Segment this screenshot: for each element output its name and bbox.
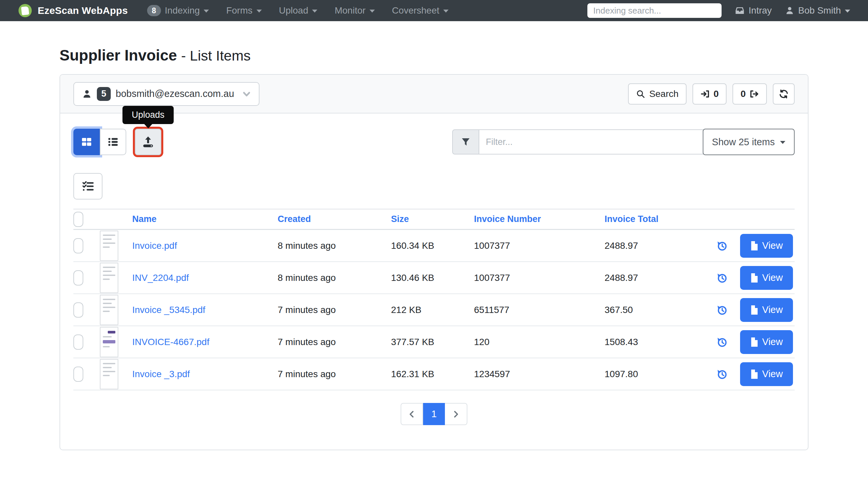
table-header-row: Name Created Size Invoice Number Invoice… <box>73 209 795 230</box>
user-name: Bob Smith <box>798 5 841 16</box>
page-1-button[interactable]: 1 <box>423 403 445 425</box>
user-menu[interactable]: Bob Smith <box>785 5 850 16</box>
previous-page-button[interactable] <box>401 403 423 425</box>
row-checkbox[interactable] <box>73 238 83 253</box>
size-cell: 377.57 KB <box>391 337 474 347</box>
view-button[interactable]: View <box>740 362 793 386</box>
page-title: Supplier Invoice - List Items <box>60 46 808 64</box>
file-thumbnail <box>100 359 118 390</box>
column-select-button[interactable] <box>73 173 102 199</box>
select-all-checkbox[interactable] <box>73 212 83 227</box>
column-header-invoice-total[interactable]: Invoice Total <box>604 214 704 224</box>
column-header-invoice-number[interactable]: Invoice Number <box>474 214 604 224</box>
search-button-label: Search <box>649 89 679 99</box>
chevron-down-icon <box>312 9 317 12</box>
history-button[interactable] <box>704 336 740 348</box>
view-button-label: View <box>762 304 783 315</box>
row-checkbox[interactable] <box>73 270 83 286</box>
row-checkbox[interactable] <box>73 367 83 382</box>
file-icon <box>750 337 758 347</box>
view-button[interactable]: View <box>740 298 793 322</box>
menu-indexing[interactable]: 8 Indexing <box>147 5 209 16</box>
column-header-created[interactable]: Created <box>278 214 391 224</box>
view-button-label: View <box>762 272 783 283</box>
page-title-sub: - List Items <box>181 48 251 63</box>
menu-forms-label: Forms <box>226 5 252 16</box>
search-button[interactable]: Search <box>628 83 686 105</box>
view-button[interactable]: View <box>740 234 793 258</box>
sign-out-icon <box>750 89 759 98</box>
menu-forms[interactable]: Forms <box>226 5 261 16</box>
menu-monitor[interactable]: Monitor <box>335 5 374 16</box>
history-button[interactable] <box>704 368 740 380</box>
file-icon <box>750 273 758 283</box>
created-cell: 8 minutes ago <box>278 273 391 283</box>
brand-title: EzeScan WebApps <box>38 5 128 16</box>
invoice-total-cell: 1097.80 <box>604 369 704 379</box>
table-row: Invoice.pdf 8 minutes ago 160.34 KB 1007… <box>73 230 795 262</box>
list-view-button[interactable] <box>100 129 126 155</box>
menu-indexing-label: Indexing <box>165 5 200 16</box>
invoice-number-cell: 1007377 <box>474 240 604 251</box>
history-button[interactable] <box>704 272 740 284</box>
file-icon <box>750 369 758 379</box>
history-icon <box>716 368 728 380</box>
menu-upload-label: Upload <box>279 5 308 16</box>
pagination: 1 <box>401 403 467 425</box>
checkout-button[interactable]: 0 <box>733 83 767 105</box>
page-title-main: Supplier Invoice <box>60 47 177 64</box>
intray-link[interactable]: Intray <box>735 5 772 16</box>
file-name-link[interactable]: Invoice.pdf <box>132 240 177 251</box>
file-name-link[interactable]: INV_2204.pdf <box>132 273 189 283</box>
intray-inbox-icon <box>735 6 745 16</box>
list-items-panel: 5 bobsmith@ezescan.com.au Search <box>60 74 808 450</box>
table-row: Invoice _5345.pdf 7 minutes ago 212 KB 6… <box>73 294 795 326</box>
chevron-down-icon <box>370 9 375 12</box>
chevron-down-icon <box>845 9 850 12</box>
file-name-link[interactable]: Invoice _3.pdf <box>132 369 190 379</box>
file-thumbnail <box>100 327 118 357</box>
chevron-left-icon <box>408 410 416 419</box>
show-items-label: Show 25 items <box>712 137 775 147</box>
show-items-dropdown[interactable]: Show 25 items <box>703 129 795 155</box>
checkout-count: 0 <box>740 89 746 99</box>
menu-coversheet[interactable]: Coversheet <box>392 5 448 16</box>
funnel-icon <box>460 137 471 147</box>
account-dropdown[interactable]: 5 bobsmith@ezescan.com.au <box>73 82 259 106</box>
file-icon <box>750 305 758 315</box>
filter-input[interactable] <box>479 130 703 154</box>
view-button[interactable]: View <box>740 266 793 290</box>
view-button[interactable]: View <box>740 330 793 354</box>
checkin-button[interactable]: 0 <box>692 83 727 105</box>
view-toggle-group <box>73 129 126 155</box>
chevron-down-icon <box>204 9 209 12</box>
grid-view-button[interactable] <box>73 129 100 155</box>
menu-coversheet-label: Coversheet <box>392 5 439 16</box>
menu-upload[interactable]: Upload <box>279 5 318 16</box>
history-button[interactable] <box>704 304 740 316</box>
sign-in-icon <box>701 89 710 98</box>
column-header-size[interactable]: Size <box>391 214 474 224</box>
file-name-link[interactable]: Invoice _5345.pdf <box>132 305 205 315</box>
invoice-number-cell: 120 <box>474 337 604 347</box>
indexing-search-input[interactable] <box>587 3 721 18</box>
size-cell: 160.34 KB <box>391 240 474 251</box>
row-checkbox[interactable] <box>73 303 83 318</box>
filter-funnel-addon <box>452 130 479 154</box>
account-count-badge: 5 <box>97 87 111 101</box>
history-button[interactable] <box>704 240 740 252</box>
file-name-link[interactable]: INVOICE-4667.pdf <box>132 337 209 347</box>
menu-monitor-label: Monitor <box>335 5 365 16</box>
user-icon <box>785 6 794 15</box>
column-header-name[interactable]: Name <box>132 214 278 224</box>
next-page-button[interactable] <box>445 403 467 425</box>
table-row: INV_2204.pdf 8 minutes ago 130.46 KB 100… <box>73 262 795 294</box>
indexing-count-badge: 8 <box>147 5 161 16</box>
invoice-number-cell: 1007377 <box>474 273 604 283</box>
refresh-icon <box>779 89 789 99</box>
chevron-down-icon <box>443 9 448 12</box>
invoice-number-cell: 1234597 <box>474 369 604 379</box>
refresh-button[interactable] <box>773 83 795 105</box>
row-checkbox[interactable] <box>73 335 83 350</box>
uploads-button[interactable] <box>135 129 161 155</box>
